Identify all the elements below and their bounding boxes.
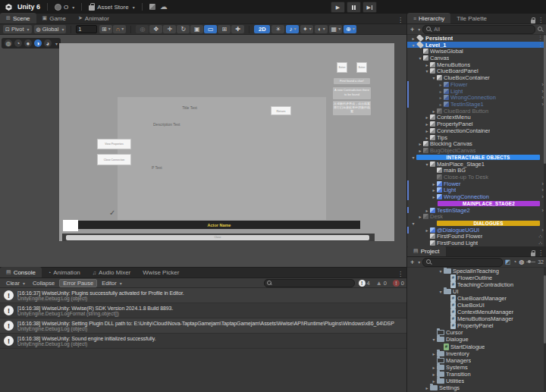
hierarchy-item-firstfound-flower[interactable]: FirstFound Flower∴ [407,234,546,240]
panel-menu-icon[interactable]: ⋮ [538,17,544,24]
tab-project[interactable]: ▤Project [407,246,446,256]
hierarchy-item-main-bg[interactable]: main BG [407,167,546,174]
info-count[interactable]: !4 [359,280,370,287]
search-by-label-icon[interactable]: ◔ [513,259,516,265]
error-pause-toggle[interactable]: Error Pause [59,279,97,287]
hierarchy-item-light[interactable]: ▸Light› [407,187,546,194]
hierarchy-item-wrongconnection[interactable]: ▸WrongConnection› [407,193,546,200]
expand-arrow[interactable]: ▾ [410,221,416,226]
expand-arrow[interactable]: ▸ [424,62,430,67]
expand-arrow[interactable]: ▸ [431,351,437,356]
audio-toggle[interactable]: ♪▾ [286,25,299,33]
clear-button[interactable]: Clear▾ [3,279,28,287]
hierarchy-item-clueboardpanel[interactable]: ▾ClueBoardPanel [407,68,546,75]
tab-scene[interactable]: ⊞Scene [0,13,36,24]
expand-arrow[interactable]: ▾ [438,289,444,294]
hierarchy-item-wrongconnection[interactable]: ▸WrongConnection› [407,94,546,101]
tab-animation[interactable]: ◔Animation [42,267,86,278]
cloud-sync-icon[interactable]: ☁ [160,3,168,11]
editor-dropdown[interactable]: Editor▾ [99,279,125,287]
lock-icon[interactable] [531,20,535,24]
hand-tool[interactable]: ✥ [149,25,162,33]
tab-audio-mixer[interactable]: ♫Audio Mixer [86,267,137,278]
audio-overlay-button[interactable]: ● [24,39,32,47]
hierarchy-item-menubuttons[interactable]: ▸MenuButtons [407,61,546,68]
mini-button-2[interactable]: Button [356,62,367,73]
create-button[interactable]: + [410,259,414,266]
project-item-cursor[interactable]: Cursor [407,329,546,336]
expand-arrow[interactable]: ▸ [438,95,444,100]
expand-arrow[interactable]: ▸ [424,128,430,133]
project-item-clueboardmanager[interactable]: #ClueBoardManager [407,295,546,302]
expand-arrow[interactable]: ▾ [424,68,430,74]
expand-arrow[interactable]: ▸ [417,214,423,219]
expand-arrow[interactable]: ▸ [438,89,444,94]
hierarchy-separator-dialogues[interactable]: ▾DIALOGUES [407,220,546,227]
tab-animator[interactable]: ➤Animator [72,13,115,24]
search-by-type-icon[interactable]: ◩ [505,259,511,265]
camera-view-toggle[interactable]: ▦▾ [329,25,342,33]
tab-hierarchy[interactable]: ≡Hierarchy [407,13,450,24]
move-tool[interactable]: ✛ [163,25,176,33]
custom-tool[interactable]: ✚ [231,25,244,33]
global-dropdown[interactable]: ◍Global▾ [34,25,67,33]
visibility-toggle[interactable]: ◐▾ [315,25,328,33]
project-item-menubuttonsmanager[interactable]: #MenuButtonsManager [407,315,546,322]
expand-arrow[interactable]: ▾ [438,268,444,274]
expand-arrow[interactable]: ▸ [417,148,423,153]
mini-button-1[interactable]: Button [337,62,347,73]
context-menu-button-1[interactable]: View Properties [97,139,131,149]
pause-button[interactable] [347,2,361,13]
hierarchy-item-testinstage1[interactable]: ▸TestInStage1› [407,101,546,108]
expand-arrow[interactable]: ▸ [424,208,430,213]
project-item-managers[interactable]: Managers [407,357,546,364]
play-button[interactable]: ▶ [331,2,345,13]
lighting-toggle[interactable]: ☀ [271,25,284,33]
hidden-count-icon[interactable]: ◍ [519,259,524,265]
hierarchy-item-propertypanel[interactable]: ▸PropertyPanel [407,121,546,127]
search-filter-icon[interactable] [538,27,543,32]
console-search-input[interactable] [274,280,345,287]
hierarchy-separator-mainplace-stage2[interactable]: MAINPLACE_STAGE2 [407,200,546,207]
step-button[interactable]: ▶ [362,2,377,13]
hierarchy-item-light[interactable]: ▸Light› [407,88,546,95]
project-item-inventory[interactable]: ▸Inventory [407,350,546,357]
project-item-floweroutline[interactable]: #FlowerOutline [407,274,546,281]
hierarchy-item-flower[interactable]: ▸Flower› [407,81,546,88]
return-button[interactable]: Return [271,106,291,115]
hierarchy-item-connectioncontainer[interactable]: ▸ConnectionContainer [407,127,546,134]
hierarchy-item-mainplace-stage1[interactable]: ▾MainPlace_Stage1 [407,161,546,168]
hierarchy-item-persistent[interactable]: ▸Persistent⋮ [407,35,546,42]
console-log-entry[interactable]: ![16:16:37] WwiseUnity: Plugins successf… [0,288,406,303]
hierarchy-item-desk[interactable]: ▸Desk [407,213,546,220]
expand-arrow[interactable]: ▾ [410,42,416,48]
hierarchy-search-field[interactable]: All [422,25,535,34]
project-item-systems[interactable]: ▸Systems [407,364,546,371]
item-menu-icon[interactable]: ⋮ [538,42,543,48]
console-log-entry[interactable]: ![16:16:38] WwiseUnity: Setting Plugin D… [0,318,406,334]
expand-arrow[interactable]: ▸ [424,135,430,140]
expand-arrow[interactable]: ▸ [410,36,416,41]
console-log-entry[interactable]: ![16:16:38] WwiseUnity: Wwise(R) SDK Ver… [0,303,406,318]
rotate-tool[interactable]: ↻ [177,25,190,33]
scale-tool[interactable]: ▣ [190,25,203,33]
expand-arrow[interactable]: ▸ [431,181,437,187]
item-menu-icon[interactable]: ⋮ [538,35,543,41]
expand-arrow[interactable]: ▾ [410,155,416,160]
project-item-ui[interactable]: ▾UI [407,288,546,295]
transform-tool[interactable]: ⊞ [218,25,231,33]
effects-toggle[interactable]: ✦▾ [300,25,313,33]
hierarchy-item-close-up-to-desk[interactable]: Close-up To Desk [407,174,546,180]
expand-arrow[interactable]: ▸ [417,141,423,146]
collapse-button[interactable]: Collapse [30,279,58,287]
grid-size-input[interactable] [76,25,97,33]
hierarchy-item-dialogueugui[interactable]: ▸@DialogueUGUI› [407,227,546,234]
project-item-clueboxui[interactable]: #ClueBoxUI [407,302,546,309]
console-log-entry[interactable]: ![16:16:38] WwiseUnity: Sound engine ini… [0,334,406,349]
project-item-utilities[interactable]: ▸Utilities [407,378,546,384]
hierarchy-item-clueboxcontainer[interactable]: ▾ClueBoxContainer [407,74,546,81]
asset-store-button[interactable]: Asset Store▾ [89,4,134,11]
dialogue-text-box[interactable]: Close [66,235,369,240]
game-ui-canvas[interactable]: Title Text Return Description Text P Tex… [59,43,394,241]
hierarchy-separator-interactable-objects[interactable]: ▾INTERACTABLE OBJECTS [407,154,546,161]
